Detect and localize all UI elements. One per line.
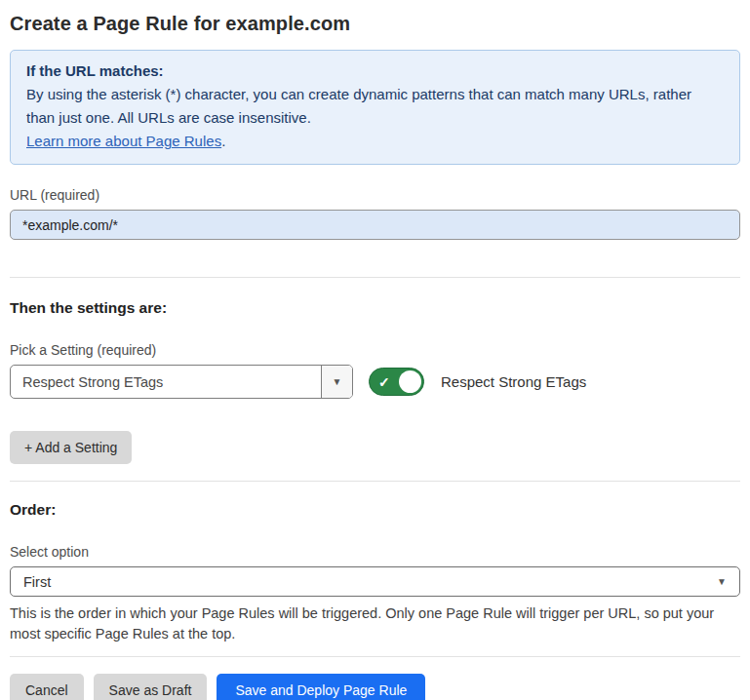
divider	[10, 481, 740, 482]
url-label: URL (required)	[10, 187, 740, 203]
chevron-down-icon: ▼	[333, 377, 342, 387]
page-title: Create a Page Rule for example.com	[10, 0, 740, 37]
divider	[10, 277, 740, 278]
order-help-text: This is the order in which your Page Rul…	[10, 603, 736, 644]
order-section-heading: Order:	[10, 501, 740, 519]
url-match-info-box: If the URL matches: By using the asteris…	[10, 50, 740, 165]
settings-section-heading: Then the settings are:	[10, 299, 740, 317]
learn-more-link[interactable]: Learn more about Page Rules	[26, 133, 221, 149]
check-icon: ✓	[378, 373, 390, 389]
order-select-label: Select option	[10, 544, 740, 560]
etag-toggle[interactable]: ✓	[369, 368, 424, 396]
setting-row: Respect Strong ETags ▼ ✓ Respect Strong …	[10, 365, 740, 399]
cancel-button[interactable]: Cancel	[10, 674, 84, 700]
info-box-body: By using the asterisk (*) character, you…	[26, 83, 724, 130]
etag-toggle-label: Respect Strong ETags	[441, 373, 586, 390]
setting-select[interactable]: Respect Strong ETags ▼	[10, 365, 353, 399]
info-box-heading: If the URL matches:	[26, 59, 724, 83]
add-setting-button[interactable]: + Add a Setting	[10, 431, 132, 464]
etag-toggle-group: ✓ Respect Strong ETags	[369, 368, 586, 396]
pick-setting-label: Pick a Setting (required)	[10, 342, 740, 358]
toggle-knob	[399, 370, 421, 393]
save-as-draft-button[interactable]: Save as Draft	[94, 674, 208, 700]
divider	[10, 656, 740, 657]
page-rule-form: Create a Page Rule for example.com If th…	[0, 0, 750, 700]
link-suffix: .	[221, 133, 225, 149]
save-and-deploy-button[interactable]: Save and Deploy Page Rule	[217, 674, 425, 700]
setting-select-value: Respect Strong ETags	[11, 366, 321, 398]
footer-button-row: Cancel Save as Draft Save and Deploy Pag…	[10, 674, 740, 700]
order-select[interactable]: First ▼	[10, 566, 740, 597]
setting-select-arrow-button[interactable]: ▼	[321, 366, 352, 398]
order-select-value: First	[23, 574, 51, 590]
chevron-down-icon: ▼	[717, 577, 727, 587]
info-box-link-line: Learn more about Page Rules.	[26, 130, 724, 153]
url-input[interactable]	[10, 210, 740, 240]
